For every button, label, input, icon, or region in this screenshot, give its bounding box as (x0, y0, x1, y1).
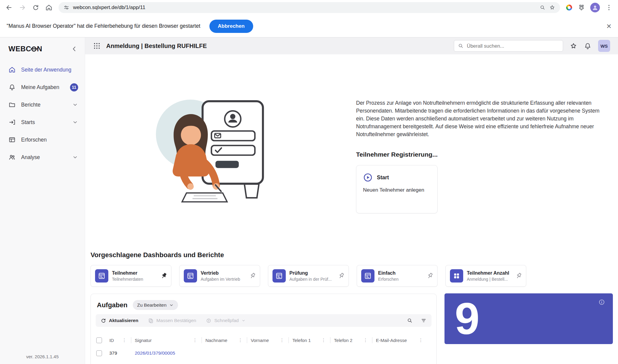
sidebar-collapse-icon[interactable] (70, 45, 78, 53)
bookmark-star-icon[interactable] (549, 5, 555, 11)
signature-link[interactable]: 2026/01/379/00005 (135, 350, 175, 356)
url-text[interactable]: webcon.sqlxpert.de/db/1/app/11 (73, 5, 536, 11)
table-row[interactable]: 379 2026/01/379/00005 (96, 346, 431, 360)
tasks-table: ID⋮ Signatur⋮ Nachname⋮ Vorname⋮ Telefon… (96, 334, 432, 360)
column-menu-icon[interactable]: ⋮ (277, 337, 287, 343)
pin-icon[interactable] (249, 272, 256, 279)
browser-toolbar: webcon.sqlxpert.de/db/1/app/11 (0, 0, 618, 15)
forward-icon[interactable] (19, 4, 26, 11)
refresh-button[interactable]: Aktualisieren (100, 318, 138, 324)
card-title: Teilnehmer Anzahl (467, 270, 509, 276)
sidebar-item-erforschen[interactable]: Erforschen (0, 131, 85, 148)
sidebar-nav: Seite der Anwendung Meine Aufgaben 11 Be… (0, 61, 85, 166)
start-card-subtitle: Neuen Teilnehmer anlegen (363, 187, 431, 193)
column-header[interactable]: Telefon 2 (334, 338, 352, 343)
report-icon (272, 269, 286, 283)
task-count-badge: 11 (70, 83, 78, 91)
bulk-confirm-icon (148, 318, 154, 324)
extension-colored-icon[interactable] (566, 5, 572, 11)
quick-path-icon (206, 318, 212, 324)
notifications-bell-icon[interactable] (584, 42, 591, 50)
dashboard-card-einfach[interactable]: EinfachErforschen (357, 265, 438, 287)
browser-actions (566, 3, 613, 12)
address-bar[interactable]: webcon.sqlxpert.de/db/1/app/11 (59, 2, 560, 13)
explore-window-icon (8, 136, 16, 143)
sidebar-item-starts[interactable]: Starts (0, 113, 85, 131)
tasks-toolbar: Aktualisieren Massen Bestätigen Schnellp… (96, 314, 432, 327)
cancel-button[interactable]: Abbrechen (209, 20, 253, 33)
start-card-title: Start (377, 174, 389, 181)
favorites-star-icon[interactable] (570, 42, 577, 50)
chevron-down-icon (169, 303, 174, 308)
column-menu-icon[interactable]: ⋮ (361, 337, 370, 343)
global-search[interactable] (454, 40, 563, 52)
infobar-close-icon[interactable]: × (607, 22, 611, 30)
dashboards-heading: Vorgeschlagene Dashboards und Berichte (91, 251, 224, 259)
sidebar-item-label: Starts (21, 119, 35, 126)
column-header[interactable]: Nachname (205, 338, 228, 343)
pin-icon[interactable] (160, 272, 167, 279)
column-menu-icon[interactable]: ⋮ (120, 337, 129, 343)
app-header: Anmeldung | Bestellung RUFHILFE WS (85, 37, 618, 54)
browser-profile-avatar[interactable] (590, 3, 600, 12)
sidebar-item-seite-der-anwendung[interactable]: Seite der Anwendung (0, 61, 85, 78)
app-launcher-icon[interactable] (93, 42, 101, 50)
home-icon[interactable] (45, 4, 53, 11)
card-title: Vertrieb (201, 270, 240, 276)
quick-path-button[interactable]: Schnellpfad (206, 318, 246, 324)
column-menu-icon[interactable]: ⋮ (190, 337, 200, 343)
registration-illustration (155, 90, 276, 211)
refresh-label: Aktualisieren (109, 318, 138, 323)
zoom-icon[interactable] (540, 5, 546, 11)
site-settings-icon[interactable] (63, 5, 69, 11)
column-header[interactable]: Signatur (135, 338, 152, 343)
column-header[interactable]: Vorname (251, 338, 269, 343)
kpi-tile[interactable]: 9 (444, 293, 613, 344)
bulk-confirm-button[interactable]: Massen Bestätigen (148, 318, 196, 324)
start-workflow-card[interactable]: Start Neuen Teilnehmer anlegen (356, 165, 438, 213)
pin-icon[interactable] (515, 272, 522, 279)
card-subtitle: Aufgaben im Vertrieb (201, 277, 240, 282)
task-filter-dropdown[interactable]: Zu Bearbeiten (133, 300, 178, 310)
browser-menu-icon[interactable] (605, 4, 613, 11)
sidebar-item-analyse[interactable]: Analyse (0, 148, 85, 166)
column-header[interactable]: Telefon 1 (292, 338, 311, 343)
folder-icon (8, 101, 16, 108)
chevron-down-icon (241, 318, 246, 323)
back-icon[interactable] (5, 4, 13, 11)
info-icon[interactable] (598, 299, 605, 305)
dashboard-card-pruefung[interactable]: PrüfungAufgaben in der Prüf... (268, 265, 349, 287)
pin-icon[interactable] (426, 272, 434, 279)
quick-path-label: Schnellpfad (214, 318, 239, 323)
column-menu-icon[interactable]: ⋮ (319, 337, 328, 343)
sidebar-item-label: Berichte (21, 102, 40, 108)
column-menu-icon[interactable]: ⋮ (236, 337, 245, 343)
cell-id: 379 (109, 350, 131, 356)
bulk-confirm-label: Massen Bestätigen (156, 318, 196, 323)
extensions-puzzle-icon[interactable] (578, 4, 585, 11)
table-search-icon[interactable] (407, 318, 413, 324)
column-menu-icon[interactable]: ⋮ (416, 337, 425, 343)
sidebar-item-meine-aufgaben[interactable]: Meine Aufgaben 11 (0, 78, 85, 96)
chevron-down-icon (72, 119, 78, 125)
logo-text-right: N (37, 45, 42, 53)
user-avatar[interactable]: WS (598, 40, 610, 52)
task-filter-label: Zu Bearbeiten (137, 302, 166, 308)
chevron-down-icon (72, 102, 78, 108)
report-icon (184, 269, 197, 283)
column-header[interactable]: E-Mail-Adresse (376, 338, 407, 343)
dashboard-card-teilnehmer-anzahl[interactable]: Teilnehmer AnzahlAnmeldung | Bestell... (445, 265, 526, 287)
column-header[interactable]: ID (109, 338, 114, 343)
select-all-checkbox[interactable] (96, 337, 102, 343)
reload-icon[interactable] (32, 4, 39, 11)
filter-icon[interactable] (421, 318, 427, 324)
home-icon (8, 66, 16, 73)
row-checkbox[interactable] (96, 350, 102, 356)
search-input[interactable] (467, 43, 559, 49)
sidebar-item-berichte[interactable]: Berichte (0, 96, 85, 113)
app-version: ver. 2026.1.1.45 (0, 354, 85, 359)
table-header-row: ID⋮ Signatur⋮ Nachname⋮ Vorname⋮ Telefon… (96, 334, 431, 346)
pin-icon[interactable] (338, 272, 345, 279)
dashboard-card-teilnehmer[interactable]: TeilnehmerTeilnehmerdaten (91, 265, 171, 287)
dashboard-card-vertrieb[interactable]: VertriebAufgaben im Vertrieb (179, 265, 260, 287)
